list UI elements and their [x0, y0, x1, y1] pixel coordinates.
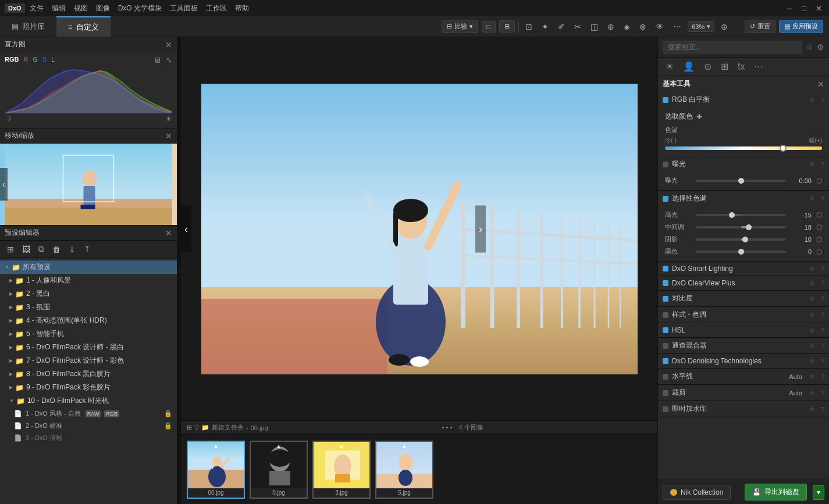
- preset-group-8-header[interactable]: ▶ 📁 8 - DxO FilmPack 黑白胶片: [0, 367, 177, 381]
- preset-export-btn[interactable]: ⤒: [81, 244, 93, 255]
- watermark-header[interactable]: 即时加水印 ☆ ?: [658, 401, 829, 417]
- menu-edit[interactable]: 编辑: [52, 3, 66, 13]
- basic-tools-close-icon[interactable]: ✕: [817, 80, 824, 89]
- eye-tool-btn[interactable]: 👁: [653, 20, 667, 33]
- reset-btn[interactable]: ↺ 重置: [745, 20, 775, 33]
- highlights-thumb[interactable]: [729, 212, 735, 218]
- hist-monitor-icon[interactable]: 🖥: [154, 56, 161, 65]
- view-mode-btn[interactable]: □: [482, 21, 496, 33]
- preset-group-3-header[interactable]: ▶ 📁 3 - 氛围: [0, 301, 177, 314]
- local-tool-btn[interactable]: ⊕: [604, 20, 617, 33]
- tab-customize[interactable]: ≡ 自定义: [56, 16, 111, 37]
- preset-group-4-header[interactable]: ▶ 📁 4 - 高动态范围(单张 HDR): [0, 314, 177, 327]
- minimize-btn[interactable]: ─: [785, 4, 795, 13]
- hist-option-icon[interactable]: ⤡: [166, 56, 172, 65]
- horizon-header[interactable]: 水平线 Auto ☆ ?: [658, 369, 829, 384]
- export-dropdown-btn[interactable]: ▾: [813, 485, 824, 500]
- zoom-in-btn[interactable]: ⊕: [718, 20, 731, 33]
- preset-group-7-header[interactable]: ▶ 📁 7 - DxO FilmPack 设计师 - 彩色: [0, 354, 177, 367]
- contrast-star[interactable]: ☆: [809, 295, 815, 302]
- hist-tab-r[interactable]: R: [23, 56, 28, 65]
- preset-group-1-header[interactable]: ▶ 📁 1 - 人像和风景: [0, 274, 177, 287]
- crop-star[interactable]: ☆: [809, 389, 815, 396]
- preset-item-2[interactable]: 📄 2 - DxO 标准 🔒: [0, 420, 177, 432]
- gradient-tool-btn[interactable]: ◫: [588, 20, 601, 33]
- film-thumb-3[interactable]: 5.jpg ▲: [375, 441, 433, 499]
- horizon-help[interactable]: ?: [821, 373, 824, 380]
- midtones-track[interactable]: [696, 226, 786, 228]
- clone-tool-btn[interactable]: ⊗: [636, 20, 649, 33]
- maximize-btn[interactable]: □: [799, 4, 809, 13]
- midtones-stepper[interactable]: ⬡: [816, 223, 822, 231]
- picker-tool-btn[interactable]: ◈: [621, 20, 633, 33]
- preset-item-3[interactable]: 📄 3 - DxO 清晰: [0, 432, 177, 444]
- highlights-stepper[interactable]: ⬡: [816, 211, 822, 219]
- quick-more-btn[interactable]: ⋯: [751, 60, 766, 73]
- blacks-thumb[interactable]: [738, 249, 744, 255]
- channel-mixer-help[interactable]: ?: [821, 342, 824, 349]
- selective-tone-header[interactable]: 选择性色调 ☆ ?: [658, 191, 829, 206]
- quick-grid-btn[interactable]: ⊞: [718, 60, 731, 73]
- hist-tab-g[interactable]: G: [33, 56, 38, 65]
- blacks-stepper[interactable]: ⬡: [816, 248, 822, 256]
- film-thumb-1[interactable]: 0.jpg ▲: [250, 441, 308, 499]
- color-temp-slider[interactable]: [665, 146, 822, 150]
- nav-left-btn[interactable]: ‹: [181, 205, 191, 252]
- export-btn[interactable]: 💾 导出到磁盘: [745, 484, 807, 501]
- blacks-track[interactable]: [696, 251, 786, 253]
- hsl-help[interactable]: ?: [821, 327, 824, 334]
- clearview-header[interactable]: DxO ClearView Plus ☆ ?: [658, 276, 829, 290]
- preset-new-btn[interactable]: ⊞: [5, 244, 16, 255]
- search-input[interactable]: [663, 41, 802, 53]
- navigator-close-btn[interactable]: ✕: [165, 131, 172, 141]
- style-tone-star[interactable]: ☆: [809, 311, 815, 319]
- preset-import-btn[interactable]: ⤓: [66, 244, 78, 255]
- smart-lighting-star[interactable]: ☆: [809, 265, 815, 273]
- shadows-stepper[interactable]: ⬡: [816, 235, 822, 244]
- menu-optics[interactable]: DxO 光学模块: [118, 3, 162, 13]
- selective-tone-star[interactable]: ☆: [809, 195, 815, 202]
- preset-item-1[interactable]: 📄 1 - DxO 风格 - 自然 RAW RGB 🔒: [0, 408, 177, 420]
- watermark-star[interactable]: ☆: [809, 405, 815, 413]
- shadows-track[interactable]: [696, 238, 786, 241]
- retouch-tool-btn[interactable]: ✐: [555, 20, 568, 33]
- basic-tools-header[interactable]: 基本工具 ✕: [658, 76, 829, 92]
- wb-star-btn[interactable]: ☆: [809, 96, 815, 103]
- hist-tab-l[interactable]: L: [51, 56, 55, 65]
- watermark-help[interactable]: ?: [821, 406, 824, 413]
- preset-group-2-header[interactable]: ▶ 📁 2 - 黑白: [0, 287, 177, 301]
- preset-editor-close-btn[interactable]: ✕: [165, 228, 172, 238]
- film-thumb-0[interactable]: 00.jpg ▲: [187, 441, 245, 499]
- style-tone-header[interactable]: 样式 - 色调 ☆ ?: [658, 307, 829, 323]
- menu-file[interactable]: 文件: [30, 3, 44, 13]
- wb-header[interactable]: RGB 白平衡 ☆ ?: [658, 92, 829, 108]
- crop-header[interactable]: 裁剪 Auto ☆ ?: [658, 385, 829, 401]
- close-btn[interactable]: ✕: [813, 4, 824, 13]
- contrast-help[interactable]: ?: [821, 295, 824, 302]
- repair-tool-btn[interactable]: ✂: [571, 20, 584, 33]
- exposure-star-btn[interactable]: ☆: [809, 160, 815, 168]
- menu-workspace[interactable]: 工作区: [206, 3, 227, 13]
- eyedropper-icon[interactable]: ✚: [696, 113, 702, 121]
- more-tools-btn[interactable]: ⋯: [670, 20, 684, 33]
- nik-collection-btn[interactable]: Nik Collection: [663, 485, 731, 500]
- compare-btn[interactable]: ⊟ 比较 ▾: [442, 20, 478, 33]
- film-thumb-2[interactable]: 3.jpg ▲: [312, 441, 371, 499]
- hsl-header[interactable]: HSL ☆ ?: [658, 323, 829, 337]
- channel-mixer-header[interactable]: 通道混合器 ☆ ?: [658, 338, 829, 353]
- main-canvas[interactable]: ‹ ›: [181, 37, 657, 420]
- crop-tool-btn[interactable]: ⊡: [522, 20, 535, 33]
- midtones-thumb[interactable]: [746, 224, 752, 230]
- preset-from-img-btn[interactable]: 🖼: [20, 244, 33, 255]
- shadows-thumb[interactable]: [742, 237, 748, 242]
- denoising-header[interactable]: DxO Denoising Technologies ☆ ?: [658, 354, 829, 368]
- exposure-stepper[interactable]: ⬡: [816, 177, 822, 185]
- smart-lighting-help[interactable]: ?: [821, 265, 824, 272]
- exposure-header[interactable]: 曝光 ☆ ?: [658, 156, 829, 172]
- quick-fx-btn[interactable]: fx: [735, 60, 748, 73]
- preset-group-10-header[interactable]: ▼ 📁 10 - DxO FilmPack 时光机: [0, 394, 177, 408]
- menu-toolpanel[interactable]: 工具面板: [170, 3, 198, 13]
- menu-help[interactable]: 帮助: [235, 3, 249, 13]
- preset-group-6-header[interactable]: ▶ 📁 6 - DxO FilmPack 设计师 - 黑白: [0, 341, 177, 354]
- search-option-btn[interactable]: ⚙: [817, 42, 824, 52]
